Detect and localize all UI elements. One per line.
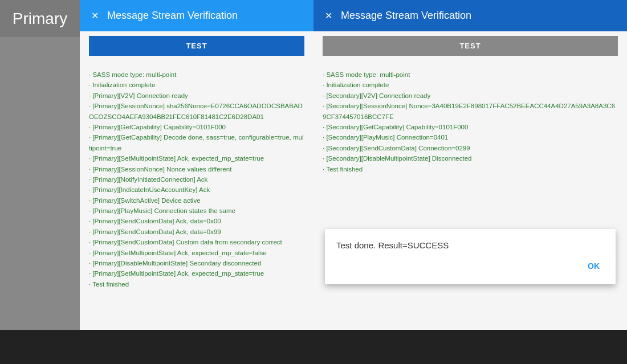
ok-button-container: OK (336, 259, 604, 273)
right-dialog: ✕ Message Stream Verification TEST · SAS… (314, 0, 627, 330)
right-test-button: TEST (323, 36, 618, 56)
primary-label: Primary (13, 10, 67, 28)
left-panel: Primary ✕ Message Stream Verification TE… (0, 0, 314, 364)
result-message: Test done. Result=SUCCESS (336, 240, 604, 250)
ok-button[interactable]: OK (583, 259, 604, 273)
left-dialog: ✕ Message Stream Verification TEST · SAS… (80, 0, 314, 330)
left-dialog-body: · SASS mode type: multi-point· Initializ… (80, 63, 314, 330)
right-dialog-title: Message Stream Verification (341, 10, 471, 22)
right-log-text: · SASS mode type: multi-point· Initializ… (323, 69, 618, 174)
result-dialog: Test done. Result=SUCCESS OK (325, 229, 616, 284)
right-dialog-body: · SASS mode type: multi-point· Initializ… (314, 63, 627, 330)
left-dialog-title: Message Stream Verification (107, 10, 238, 22)
left-dialog-header: ✕ Message Stream Verification (80, 0, 314, 31)
left-panel-title: Primary (0, 0, 80, 37)
left-close-button[interactable]: ✕ (89, 10, 100, 22)
left-bottom-bar (0, 330, 314, 364)
left-log-text: · SASS mode type: multi-point· Initializ… (89, 69, 304, 289)
right-dialog-header: ✕ Message Stream Verification (314, 0, 627, 31)
right-bottom-bar (314, 330, 627, 364)
left-test-button[interactable]: TEST (89, 36, 304, 56)
right-close-button[interactable]: ✕ (323, 10, 334, 22)
right-panel: Secondary ✕ Message Stream Verification … (314, 0, 627, 364)
